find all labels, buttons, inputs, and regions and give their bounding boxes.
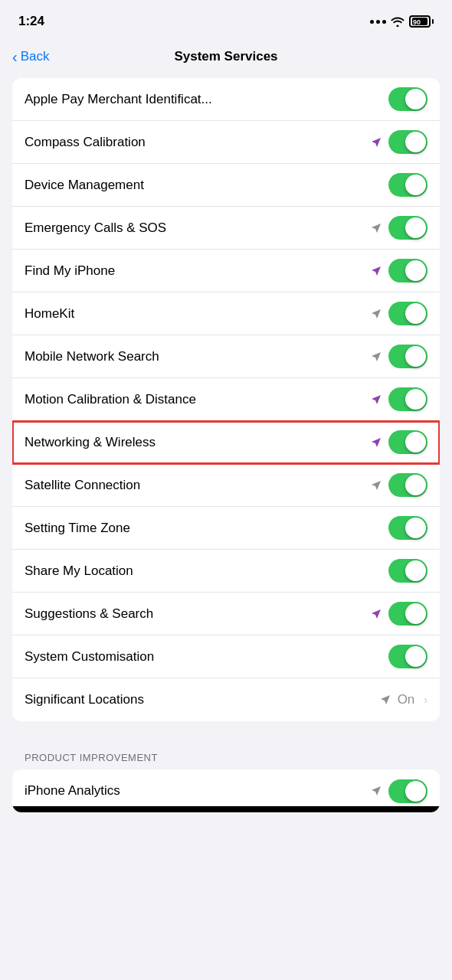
battery-icon: 90 — [409, 15, 434, 28]
row-find-my-iphone[interactable]: Find My iPhone — [12, 250, 440, 292]
toggle-emergency[interactable] — [388, 216, 427, 240]
row-controls-suggestions — [370, 602, 427, 626]
toggle-find-my-iphone[interactable] — [388, 259, 427, 283]
toggle-satellite[interactable] — [388, 473, 427, 497]
row-compass[interactable]: Compass Calibration — [12, 121, 440, 164]
toggle-homekit[interactable] — [388, 302, 427, 325]
row-controls-motion-cal — [370, 387, 427, 411]
row-label-homekit: HomeKit — [25, 306, 370, 322]
location-arrow-gray-analytics — [370, 785, 382, 797]
row-controls-sig-locations: On › — [379, 692, 427, 707]
row-system-custom[interactable]: System Customisation — [12, 635, 440, 678]
toggle-share-location[interactable] — [388, 559, 427, 583]
row-label-compass: Compass Calibration — [25, 135, 370, 150]
page-title: System Services — [174, 49, 277, 64]
row-suggestions[interactable]: Suggestions & Search — [12, 593, 440, 635]
location-arrow-purple-motion — [370, 394, 382, 406]
row-label-satellite: Satellite Connection — [25, 478, 370, 493]
row-homekit[interactable]: HomeKit — [12, 292, 440, 335]
row-label-motion-cal: Motion Calibration & Distance — [25, 392, 370, 407]
row-controls-mobile-network — [370, 345, 427, 368]
row-satellite[interactable]: Satellite Connection — [12, 464, 440, 507]
toggle-networking[interactable] — [388, 430, 427, 454]
location-arrow-gray-satellite — [370, 479, 382, 492]
location-arrow-gray-homekit — [370, 308, 382, 320]
back-label: Back — [21, 49, 50, 64]
toggle-device-mgmt[interactable] — [388, 173, 427, 197]
row-label-emergency: Emergency Calls & SOS — [25, 220, 370, 236]
row-controls-compass — [370, 130, 427, 154]
row-iphone-analytics[interactable]: iPhone Analytics — [12, 769, 440, 812]
toggle-iphone-analytics[interactable] — [388, 779, 427, 803]
row-emergency[interactable]: Emergency Calls & SOS — [12, 207, 440, 250]
row-sig-locations[interactable]: Significant Locations On › — [12, 678, 440, 721]
nav-bar: ‹ Back System Services — [0, 38, 452, 78]
row-label-mobile-network: Mobile Network Search — [25, 349, 370, 364]
row-label-share-location: Share My Location — [25, 564, 388, 579]
toggle-system-custom[interactable] — [388, 645, 427, 668]
row-controls-device-mgmt — [388, 173, 427, 197]
row-label-sig-locations: Significant Locations — [25, 692, 379, 707]
toggle-setting-tz[interactable] — [388, 516, 427, 540]
location-arrow-purple-find-my — [370, 265, 382, 277]
row-label-networking: Networking & Wireless — [25, 435, 370, 450]
row-label-setting-tz: Setting Time Zone — [25, 521, 388, 536]
row-motion-cal[interactable]: Motion Calibration & Distance — [12, 378, 440, 421]
location-arrow-purple-suggestions — [370, 608, 382, 620]
row-controls-system-custom — [388, 645, 427, 668]
row-share-location[interactable]: Share My Location — [12, 550, 440, 593]
row-controls-share-location — [388, 559, 427, 583]
sig-locations-chevron-icon: › — [424, 694, 427, 706]
sig-locations-value: On — [398, 692, 415, 707]
row-apple-pay[interactable]: Apple Pay Merchant Identificat... — [12, 78, 440, 121]
status-icons: 90 — [370, 15, 434, 28]
status-bar: 1:24 90 — [0, 0, 452, 38]
row-controls-setting-tz — [388, 516, 427, 540]
row-label-suggestions: Suggestions & Search — [25, 606, 370, 622]
location-arrow-purple-networking — [370, 436, 382, 449]
row-controls-satellite — [370, 473, 427, 497]
back-chevron-icon: ‹ — [12, 49, 18, 64]
row-controls-emergency — [370, 216, 427, 240]
row-label-find-my-iphone: Find My iPhone — [25, 263, 370, 279]
wifi-icon — [391, 16, 405, 27]
status-time: 1:24 — [18, 14, 44, 29]
row-networking[interactable]: Networking & Wireless — [12, 421, 440, 464]
toggle-mobile-network[interactable] — [388, 345, 427, 368]
row-mobile-network[interactable]: Mobile Network Search — [12, 335, 440, 378]
toggle-apple-pay[interactable] — [388, 87, 427, 111]
product-improvement-header: PRODUCT IMPROVEMENT — [0, 737, 452, 769]
location-arrow-gray-mobile — [370, 351, 382, 363]
location-arrow-gray-emergency — [370, 222, 382, 234]
toggle-compass[interactable] — [388, 130, 427, 154]
back-button[interactable]: ‹ Back — [12, 49, 49, 64]
row-controls-find-my-iphone — [370, 259, 427, 283]
location-arrow-gray-sig — [379, 694, 391, 706]
row-controls-homekit — [370, 302, 427, 325]
row-label-device-mgmt: Device Management — [25, 178, 388, 193]
row-controls-apple-pay — [388, 87, 427, 111]
toggle-suggestions[interactable] — [388, 602, 427, 626]
bottom-cutoff-bar — [12, 806, 440, 812]
settings-list: Apple Pay Merchant Identificat... Compas… — [12, 78, 440, 721]
toggle-knob-apple-pay — [405, 89, 426, 109]
row-label-apple-pay: Apple Pay Merchant Identificat... — [25, 92, 388, 107]
toggle-motion-cal[interactable] — [388, 387, 427, 411]
product-improvement-list: iPhone Analytics — [12, 769, 440, 812]
signal-icon — [370, 20, 386, 24]
row-setting-tz[interactable]: Setting Time Zone — [12, 507, 440, 550]
row-device-mgmt[interactable]: Device Management — [12, 164, 440, 207]
row-controls-networking — [370, 430, 427, 454]
row-label-iphone-analytics: iPhone Analytics — [25, 783, 370, 799]
row-label-system-custom: System Customisation — [25, 649, 388, 665]
location-arrow-purple-compass — [370, 136, 382, 149]
battery-percent: 90 — [413, 18, 421, 27]
row-controls-iphone-analytics — [370, 779, 427, 803]
